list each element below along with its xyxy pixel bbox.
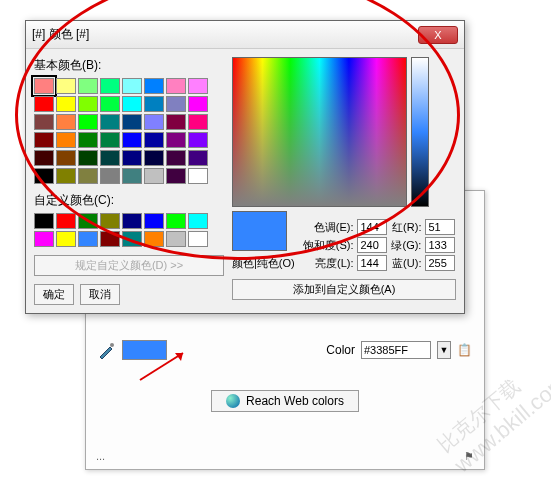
add-custom-button[interactable]: 添加到自定义颜色(A) (232, 279, 456, 300)
custom-colors-label: 自定义颜色(C): (34, 192, 224, 209)
basic-swatch[interactable] (34, 168, 54, 184)
custom-swatch[interactable] (166, 213, 186, 229)
basic-swatch[interactable] (144, 78, 164, 94)
copy-icon[interactable]: 📋 (457, 343, 472, 357)
basic-swatch[interactable] (188, 150, 208, 166)
custom-swatch[interactable] (56, 213, 76, 229)
custom-swatch[interactable] (122, 213, 142, 229)
ok-button[interactable]: 确定 (34, 284, 74, 305)
basic-swatch[interactable] (56, 78, 76, 94)
basic-swatch[interactable] (188, 132, 208, 148)
basic-swatch[interactable] (100, 150, 120, 166)
custom-swatch[interactable] (78, 213, 98, 229)
lum-input[interactable] (357, 255, 387, 271)
basic-swatch[interactable] (78, 78, 98, 94)
basic-swatch[interactable] (56, 114, 76, 130)
basic-swatch[interactable] (166, 132, 186, 148)
basic-swatch[interactable] (122, 132, 142, 148)
basic-swatch[interactable] (78, 150, 98, 166)
basic-swatch[interactable] (56, 168, 76, 184)
hue-input[interactable] (357, 219, 387, 235)
basic-swatch[interactable] (122, 114, 142, 130)
green-label: 绿(G): (391, 238, 421, 253)
basic-swatch[interactable] (144, 150, 164, 166)
basic-swatch[interactable] (166, 96, 186, 112)
custom-swatch[interactable] (188, 231, 208, 247)
basic-swatch[interactable] (166, 78, 186, 94)
color-dropdown[interactable]: ▼ (437, 341, 451, 359)
hue-label: 色调(E): (303, 220, 354, 235)
define-custom-button[interactable]: 规定自定义颜色(D) >> (34, 255, 224, 276)
cancel-button[interactable]: 取消 (80, 284, 120, 305)
basic-swatch[interactable] (34, 114, 54, 130)
custom-swatch[interactable] (166, 231, 186, 247)
eyedropper-icon[interactable] (98, 341, 116, 359)
preview-block: 颜色|纯色(O) (232, 211, 295, 271)
color-row: Color ▼ 📋 (86, 334, 484, 366)
basic-swatch[interactable] (56, 96, 76, 112)
custom-swatch[interactable] (100, 213, 120, 229)
custom-swatch[interactable] (34, 213, 54, 229)
basic-swatch[interactable] (188, 168, 208, 184)
basic-swatch[interactable] (166, 168, 186, 184)
custom-swatch[interactable] (56, 231, 76, 247)
basic-swatch[interactable] (34, 132, 54, 148)
basic-swatch[interactable] (188, 78, 208, 94)
basic-swatch[interactable] (166, 150, 186, 166)
luminance-slider[interactable] (411, 57, 429, 207)
green-input[interactable] (425, 237, 455, 253)
pin-icon[interactable]: ⚑ (464, 450, 474, 463)
red-input[interactable] (425, 219, 455, 235)
basic-swatch[interactable] (144, 168, 164, 184)
custom-swatch[interactable] (78, 231, 98, 247)
basic-swatch[interactable] (188, 114, 208, 130)
status-row: ... ⚑ (96, 450, 474, 463)
basic-swatch[interactable] (122, 168, 142, 184)
basic-swatch[interactable] (34, 150, 54, 166)
basic-swatch[interactable] (100, 168, 120, 184)
basic-swatch[interactable] (100, 96, 120, 112)
basic-swatch[interactable] (56, 132, 76, 148)
basic-colors-label: 基本颜色(B): (34, 57, 224, 74)
custom-swatch[interactable] (188, 213, 208, 229)
reach-label: Reach Web colors (246, 394, 344, 408)
blue-label: 蓝(U): (391, 256, 421, 271)
close-button[interactable]: X (418, 26, 458, 44)
basic-swatch[interactable] (100, 114, 120, 130)
custom-swatch[interactable] (34, 231, 54, 247)
basic-swatch[interactable] (144, 132, 164, 148)
reach-web-colors-button[interactable]: Reach Web colors (211, 390, 359, 412)
custom-swatch[interactable] (122, 231, 142, 247)
basic-swatch[interactable] (78, 114, 98, 130)
preview-label: 颜色|纯色(O) (232, 256, 295, 271)
basic-swatch[interactable] (122, 96, 142, 112)
basic-swatch[interactable] (144, 114, 164, 130)
basic-swatch[interactable] (100, 132, 120, 148)
basic-swatch[interactable] (188, 96, 208, 112)
color-hex-input[interactable] (361, 341, 431, 359)
custom-colors-grid (34, 213, 224, 247)
color-label: Color (326, 343, 355, 357)
color-preview-box (232, 211, 287, 251)
hue-sat-picker[interactable] (232, 57, 407, 207)
basic-swatch[interactable] (100, 78, 120, 94)
basic-swatch[interactable] (56, 150, 76, 166)
color-preview (122, 340, 167, 360)
basic-swatch[interactable] (144, 96, 164, 112)
lum-label: 亮度(L): (303, 256, 354, 271)
basic-swatch[interactable] (122, 150, 142, 166)
basic-swatch[interactable] (78, 96, 98, 112)
basic-swatch[interactable] (166, 114, 186, 130)
basic-colors-grid (34, 78, 224, 184)
basic-swatch[interactable] (78, 132, 98, 148)
custom-swatch[interactable] (144, 231, 164, 247)
basic-swatch[interactable] (34, 96, 54, 112)
sat-input[interactable] (357, 237, 387, 253)
blue-input[interactable] (425, 255, 455, 271)
basic-swatch[interactable] (34, 78, 54, 94)
custom-swatch[interactable] (100, 231, 120, 247)
titlebar[interactable]: [#] 颜色 [#] X (26, 21, 464, 49)
custom-swatch[interactable] (144, 213, 164, 229)
basic-swatch[interactable] (122, 78, 142, 94)
basic-swatch[interactable] (78, 168, 98, 184)
